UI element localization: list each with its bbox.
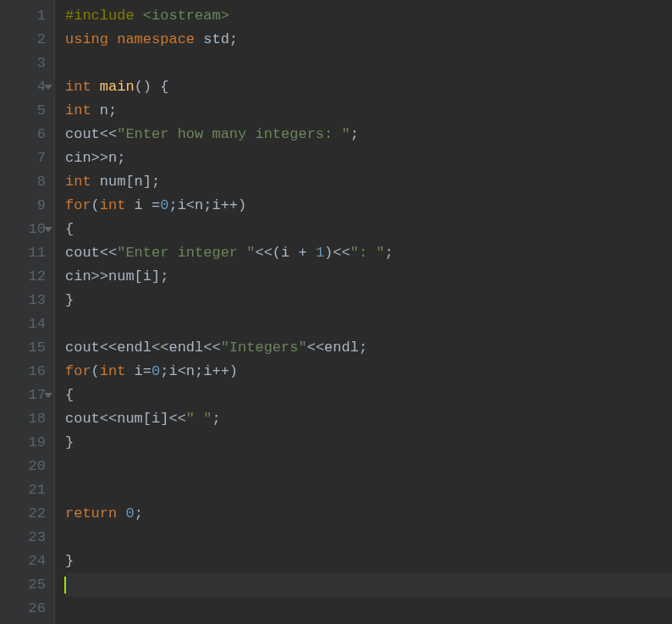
line-number[interactable]: 4 bbox=[4, 75, 46, 99]
code-token: >> bbox=[91, 268, 108, 284]
line-number[interactable]: 24 bbox=[4, 549, 46, 573]
code-line[interactable] bbox=[65, 526, 672, 549]
code-token: "Integers" bbox=[221, 340, 307, 356]
line-number[interactable]: 19 bbox=[4, 431, 46, 455]
code-line[interactable]: int num[n]; bbox=[65, 170, 672, 194]
code-line[interactable]: cout<<num[i]<<" "; bbox=[65, 407, 672, 431]
code-token: 0 bbox=[151, 363, 160, 379]
code-line[interactable]: } bbox=[65, 289, 672, 312]
code-token: num[i] bbox=[117, 411, 168, 427]
code-token: 1 bbox=[316, 245, 324, 261]
code-token: int bbox=[100, 363, 126, 379]
code-token bbox=[91, 79, 100, 95]
code-token: 0 bbox=[125, 505, 134, 522]
line-number[interactable]: 20 bbox=[4, 455, 46, 478]
code-token: << bbox=[307, 340, 324, 356]
code-line[interactable]: #include <iostream> bbox=[65, 4, 672, 28]
line-number[interactable]: 18 bbox=[4, 407, 46, 431]
fold-marker-icon[interactable] bbox=[44, 393, 52, 398]
code-line[interactable]: cout<<"Enter integer "<<(i + 1)<<": "; bbox=[65, 241, 672, 265]
line-number[interactable]: 12 bbox=[4, 265, 46, 289]
code-token: { bbox=[65, 221, 74, 237]
line-number[interactable]: 10 bbox=[4, 218, 46, 241]
code-token: endl bbox=[324, 340, 359, 356]
code-token bbox=[108, 31, 117, 47]
code-line[interactable] bbox=[65, 597, 672, 621]
code-token bbox=[135, 8, 143, 24]
code-token: num[n]; bbox=[91, 174, 161, 190]
code-token: int bbox=[65, 102, 91, 119]
code-editor[interactable]: #include <iostream>using namespace std;i… bbox=[55, 0, 672, 624]
code-token: #include bbox=[65, 8, 135, 24]
code-token: << bbox=[151, 340, 168, 356]
line-number[interactable]: 8 bbox=[4, 170, 46, 194]
code-token: ( bbox=[91, 363, 100, 379]
code-line[interactable]: int main() { bbox=[65, 75, 672, 99]
code-token: "Enter integer " bbox=[117, 245, 255, 261]
line-number[interactable]: 26 bbox=[4, 597, 46, 621]
code-token: for bbox=[65, 197, 91, 213]
line-number[interactable]: 14 bbox=[4, 312, 46, 336]
code-line[interactable]: cin>>n; bbox=[65, 146, 672, 170]
code-token: ; bbox=[135, 505, 143, 522]
line-number[interactable]: 25 bbox=[4, 573, 46, 597]
code-token: } bbox=[65, 292, 74, 308]
code-line[interactable]: } bbox=[65, 431, 672, 455]
code-line[interactable]: for(int i=0;i<n;i++) bbox=[65, 360, 672, 384]
line-number[interactable]: 21 bbox=[4, 478, 46, 502]
code-token: std bbox=[203, 31, 229, 47]
line-number[interactable]: 13 bbox=[4, 289, 46, 312]
fold-marker-icon[interactable] bbox=[44, 85, 52, 90]
code-line[interactable]: int n; bbox=[65, 99, 672, 123]
code-token: << bbox=[100, 245, 117, 261]
code-token bbox=[117, 505, 125, 522]
line-number[interactable]: 5 bbox=[4, 99, 46, 123]
code-token: } bbox=[65, 553, 74, 569]
code-line[interactable]: cout<<endl<<endl<<"Integers"<<endl; bbox=[65, 336, 672, 360]
code-line[interactable]: { bbox=[65, 218, 672, 241]
code-token: <iostream> bbox=[143, 8, 229, 24]
code-line[interactable]: } bbox=[65, 549, 672, 573]
line-number[interactable]: 9 bbox=[4, 194, 46, 218]
code-token: cout bbox=[65, 411, 100, 427]
line-number[interactable]: 15 bbox=[4, 336, 46, 360]
code-token: cin bbox=[65, 268, 91, 284]
code-token: cout bbox=[65, 245, 100, 261]
code-line[interactable] bbox=[65, 455, 672, 478]
line-number[interactable]: 16 bbox=[4, 360, 46, 384]
code-token: main bbox=[100, 79, 135, 95]
code-line[interactable]: for(int i =0;i<n;i++) bbox=[65, 194, 672, 218]
code-token: num[i]; bbox=[108, 268, 168, 284]
code-token: ; bbox=[359, 340, 367, 356]
code-token: for bbox=[65, 363, 91, 379]
fold-marker-icon[interactable] bbox=[44, 227, 52, 232]
line-number[interactable]: 2 bbox=[4, 28, 46, 52]
code-token: ; bbox=[385, 245, 394, 261]
line-number[interactable]: 7 bbox=[4, 146, 46, 170]
code-line[interactable]: using namespace std; bbox=[65, 28, 672, 52]
line-number-gutter[interactable]: 1234567891011121314151617181920212223242… bbox=[0, 0, 55, 624]
code-token: n; bbox=[91, 102, 118, 119]
line-number[interactable]: 22 bbox=[4, 502, 46, 526]
code-line[interactable]: cout<<"Enter how many integers: "; bbox=[65, 123, 672, 146]
code-line[interactable] bbox=[65, 573, 672, 597]
code-token: n; bbox=[108, 150, 125, 166]
code-line[interactable] bbox=[65, 52, 672, 75]
code-token: { bbox=[65, 387, 74, 403]
line-number[interactable]: 3 bbox=[4, 52, 46, 75]
code-token: ": " bbox=[350, 245, 385, 261]
code-line[interactable]: { bbox=[65, 384, 672, 407]
code-line[interactable] bbox=[65, 312, 672, 336]
code-token: << bbox=[100, 126, 117, 142]
line-number[interactable]: 6 bbox=[4, 123, 46, 146]
code-token: )<< bbox=[324, 245, 350, 261]
line-number[interactable]: 1 bbox=[4, 4, 46, 28]
code-line[interactable]: return 0; bbox=[65, 502, 672, 526]
line-number[interactable]: 17 bbox=[4, 384, 46, 407]
code-line[interactable]: cin>>num[i]; bbox=[65, 265, 672, 289]
line-number[interactable]: 23 bbox=[4, 526, 46, 549]
line-number[interactable]: 11 bbox=[4, 241, 46, 265]
code-token: return bbox=[65, 505, 117, 522]
code-line[interactable] bbox=[65, 478, 672, 502]
code-token: >> bbox=[91, 150, 108, 166]
